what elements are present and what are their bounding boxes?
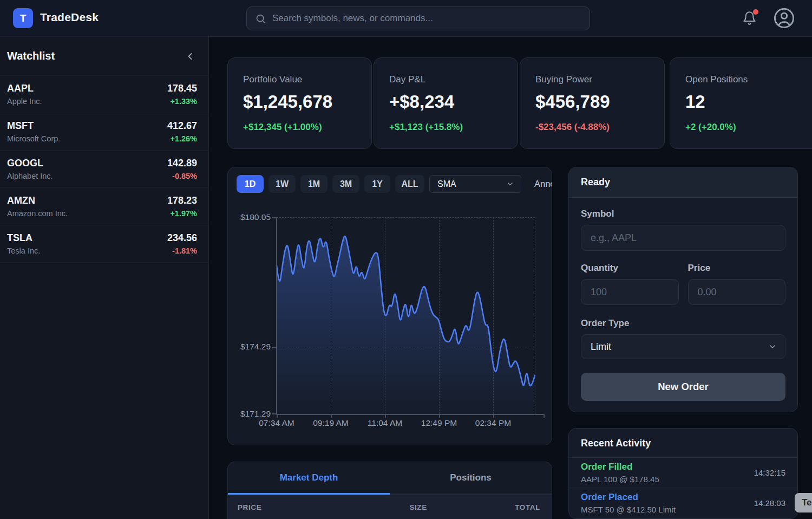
timeframe-1d-button[interactable]: 1D [237, 175, 264, 193]
order-status: Ready [569, 167, 797, 198]
watchlist-row-amzn[interactable]: AMZN Amazon.com Inc. 178.23 +1.97% [0, 188, 208, 225]
x-tick [543, 414, 545, 418]
activity-type: Order Filled [581, 462, 659, 472]
y-tick [272, 413, 277, 414]
chevron-down-icon [506, 180, 514, 188]
company-name: Tesla Inc. [7, 246, 40, 255]
y-axis-label: $180.05 [240, 212, 271, 222]
search-input[interactable] [272, 13, 581, 24]
activity-time: 14:28:03 [754, 498, 785, 508]
watchlist-row-tsla[interactable]: TSLA Tesla Inc. 234.56 -1.81% [0, 225, 208, 263]
activity-detail: MSFT 50 @ $412.50 Limit [581, 505, 676, 514]
watchlist-sidebar: Watchlist AAPL Apple Inc. 178.45 +1.33% … [0, 37, 209, 519]
symbol: GOOGL [7, 158, 53, 169]
indicator-value: SMA [437, 179, 456, 189]
depth-tabs: Market Depth Positions [228, 462, 552, 495]
symbol: AMZN [7, 195, 68, 206]
symbol-label: Symbol [581, 209, 785, 219]
activity-detail: AAPL 100 @ $178.45 [581, 475, 659, 484]
x-axis-label: 02:34 PM [475, 418, 511, 428]
x-axis-label: 12:49 PM [421, 418, 457, 428]
x-tick [331, 414, 332, 418]
collapse-sidebar-button[interactable] [185, 51, 195, 62]
stat-change: +$1,123 (+15.8%) [389, 122, 518, 133]
user-avatar[interactable] [773, 7, 795, 29]
activity-item[interactable]: Order Filled AAPL 100 @ $178.45 14:32:15 [569, 458, 797, 488]
price: 178.45 [167, 83, 197, 94]
watchlist-row-googl[interactable]: GOOGL Alphabet Inc. 142.89 -0.85% [0, 151, 208, 188]
watchlist-row-msft[interactable]: MSFT Microsoft Corp. 412.67 +1.26% [0, 113, 208, 151]
tab-positions[interactable]: Positions [390, 462, 552, 494]
area-fill [277, 236, 535, 414]
stat-value: $1,245,678 [243, 92, 371, 112]
stat-value: 12 [685, 92, 812, 112]
price: 234.56 [167, 232, 197, 244]
company-name: Amazon.com Inc. [7, 209, 68, 218]
depth-table-header: PRICE SIZE TOTAL [228, 495, 552, 519]
price: 178.23 [167, 195, 197, 206]
watchlist-header: Watchlist [0, 37, 208, 76]
watchlist-title: Watchlist [7, 50, 55, 62]
chevron-down-icon [768, 342, 777, 351]
app-logo: T [13, 8, 33, 28]
toast-notification: Te [795, 493, 812, 512]
x-axis-label: 11:04 AM [368, 418, 402, 428]
price: 142.89 [167, 158, 197, 169]
order-entry-panel: Ready Symbol Quantity Price Order Type L… [568, 167, 798, 412]
stat-label: Portfolio Value [243, 74, 371, 85]
stat-value: +$8,234 [389, 92, 518, 112]
symbol: TSLA [7, 232, 40, 244]
change: -1.81% [167, 246, 197, 255]
change: -0.85% [167, 172, 197, 180]
y-tick [272, 347, 277, 348]
symbol-field[interactable] [581, 225, 785, 251]
order-type-label: Order Type [581, 318, 785, 329]
column-price: PRICE [238, 503, 261, 511]
activity-type: Order Placed [581, 492, 676, 503]
tab-market-depth[interactable]: Market Depth [228, 462, 390, 494]
symbol: AAPL [7, 83, 42, 94]
stat-change: +2 (+20.0%) [685, 122, 812, 133]
watchlist-row-aapl[interactable]: AAPL Apple Inc. 178.45 +1.33% [0, 76, 208, 113]
timeframe-3m-button[interactable]: 3M [332, 175, 359, 193]
column-size: SIZE [409, 503, 427, 511]
notifications-button[interactable] [742, 11, 757, 25]
stat-change: -$23,456 (-4.88%) [535, 122, 664, 133]
recent-activity-title: Recent Activity [569, 429, 797, 458]
global-search[interactable] [246, 7, 590, 30]
price-chart[interactable]: $180.05 $174.29 $171.29 07:34 AM 09:19 A… [277, 217, 545, 414]
order-type-value: Limit [591, 341, 611, 353]
stat-card-portfolio-value: Portfolio Value $1,245,678 +$12,345 (+1.… [227, 57, 372, 149]
x-tick [277, 414, 278, 418]
company-name: Apple Inc. [7, 97, 42, 106]
timeframe-1w-button[interactable]: 1W [269, 175, 296, 193]
stat-card-open-positions: Open Positions 12 +2 (+20.0%) [670, 57, 812, 149]
new-order-button[interactable]: New Order [581, 373, 785, 401]
order-type-select[interactable]: Limit [581, 334, 785, 359]
indicator-select[interactable]: SMA [429, 175, 521, 193]
company-name: Microsoft Corp. [7, 134, 60, 143]
stat-card-buying-power: Buying Power $456,789 -$23,456 (-4.88%) [520, 57, 665, 149]
y-axis-label: $171.29 [240, 409, 271, 419]
price: 412.67 [167, 120, 197, 132]
column-total: TOTAL [515, 503, 540, 511]
price-label: Price [688, 263, 786, 274]
annotate-button[interactable]: Annotate [534, 179, 552, 189]
x-tick [439, 414, 440, 418]
timeframe-1m-button[interactable]: 1M [300, 175, 328, 193]
chart-toolbar: 1D 1W 1M 3M 1Y ALL SMA Annotate [237, 175, 552, 193]
notification-dot [753, 9, 758, 15]
price-chart-panel: 1D 1W 1M 3M 1Y ALL SMA Annotate [227, 167, 552, 445]
gridline [535, 217, 535, 414]
y-tick [272, 217, 277, 218]
y-axis-label: $174.29 [240, 342, 271, 352]
timeframe-1y-button[interactable]: 1Y [364, 175, 390, 193]
timeframe-all-button[interactable]: ALL [395, 175, 424, 193]
activity-item[interactable]: Order Placed MSFT 50 @ $412.50 Limit 14:… [569, 488, 797, 518]
search-icon [255, 13, 266, 24]
stat-card-day-pnl: Day P&L +$8,234 +$1,123 (+15.8%) [374, 57, 518, 149]
stat-value: $456,789 [535, 92, 664, 112]
quantity-field[interactable] [581, 279, 679, 305]
price-field[interactable] [688, 279, 786, 305]
y-axis [276, 217, 277, 414]
